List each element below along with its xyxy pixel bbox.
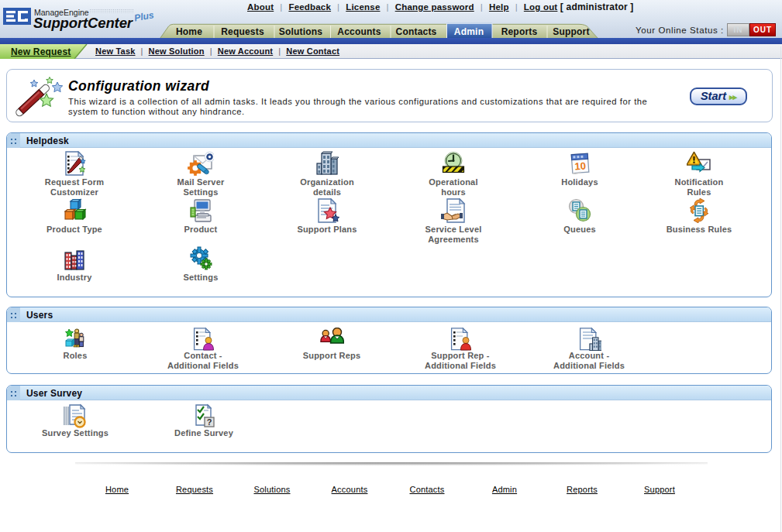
svg-text:10: 10 xyxy=(574,160,586,172)
svg-text:?: ? xyxy=(207,417,212,427)
